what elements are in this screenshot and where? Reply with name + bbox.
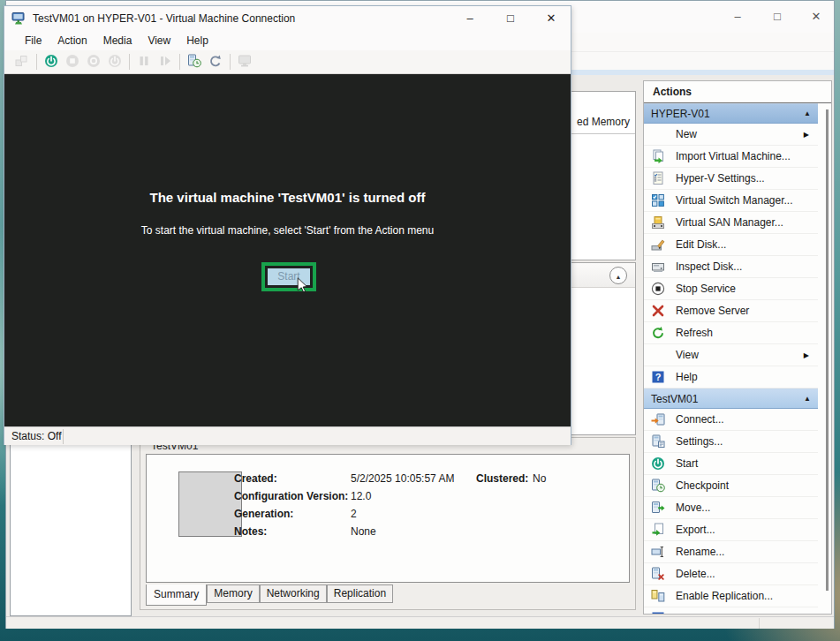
column-header-assigned-memory[interactable]: ed Memory [577, 116, 630, 128]
vm-details-pane: TestVM01 Created:5/2/2025 10:05:57 AMCon… [140, 437, 636, 610]
tab-replication[interactable]: Replication [327, 584, 393, 603]
action-item-label: Start [676, 457, 818, 470]
toolbar-reset-button[interactable] [155, 52, 176, 72]
toolbar-save-button[interactable] [104, 52, 125, 72]
action-item-label: Checkpoint [676, 479, 818, 492]
toolbar-checkpoint-button[interactable] [184, 52, 205, 72]
menu-help[interactable]: Help [178, 33, 216, 49]
action-item-label: Enable Replication... [676, 590, 818, 602]
statusbar-divider [63, 429, 64, 444]
checkpoints-collapse-button[interactable]: ▲ [609, 267, 627, 284]
turn-off-icon [65, 54, 79, 71]
desktop: – □ ✕ ed Memory ▲ TestVM01 Created:5/2/ [0, 0, 840, 641]
action-item-connect[interactable]: Connect... [644, 409, 818, 431]
action-item-new[interactable]: New▶ [644, 124, 818, 146]
tab-memory[interactable]: Memory [207, 584, 259, 603]
enable-replication-icon [651, 589, 665, 603]
inspect-disk-icon [651, 260, 665, 274]
action-item-hyper-v-settings[interactable]: Hyper-V Settings... [644, 168, 818, 190]
action-item-label: Edit Disk... [676, 238, 818, 251]
action-item-label: Connect... [676, 413, 818, 426]
action-item-export[interactable]: Export... [644, 519, 818, 541]
edit-disk-icon [651, 238, 665, 252]
details-fields: Created:5/2/2025 10:05:57 AMConfiguratio… [234, 470, 454, 540]
action-item-virtual-switch-manager[interactable]: Virtual Switch Manager... [644, 190, 818, 212]
action-item-rename[interactable]: Rename... [644, 541, 818, 563]
statusbar-divider [759, 618, 760, 629]
action-item-view[interactable]: View▶ [644, 344, 818, 366]
section-header-label: TestVM01 [651, 393, 698, 405]
vmconnect-maximize-button[interactable]: □ [497, 9, 524, 28]
action-item-start[interactable]: Start [644, 453, 818, 475]
action-item-refresh[interactable]: Refresh [644, 322, 818, 344]
action-item-help[interactable]: ?Help [644, 607, 818, 615]
tab-summary[interactable]: Summary [146, 584, 207, 606]
hyperv-settings-icon [651, 171, 665, 185]
menu-view[interactable]: View [140, 33, 178, 49]
tab-networking[interactable]: Networking [260, 584, 327, 603]
toolbar-shut-down-button[interactable] [83, 52, 104, 72]
chevron-up-icon: ▲ [804, 109, 811, 117]
toolbar-start-power-button[interactable] [41, 52, 62, 72]
vm-screen: The virtual machine 'TestVM01' is turned… [4, 74, 571, 426]
shut-down-icon [87, 54, 101, 71]
detail-label: Created: [234, 472, 351, 485]
manager-maximize-button[interactable]: □ [766, 7, 789, 26]
action-item-stop-service[interactable]: Stop Service [644, 278, 818, 300]
actions-section-hyper-v01[interactable]: HYPER-V01▲ [644, 103, 818, 124]
toolbar-separator [179, 54, 180, 70]
action-item-label: New [676, 128, 804, 140]
vmconnect-statusbar: Status: Off [4, 426, 571, 445]
menu-action[interactable]: Action [49, 33, 95, 49]
action-item-virtual-san-manager[interactable]: Virtual SAN Manager... [644, 212, 818, 234]
toolbar-turn-off-button[interactable] [62, 52, 83, 72]
toolbar-pause-button[interactable] [133, 52, 155, 72]
vm-connection-window: TestVM01 on HYPER-V01 - Virtual Machine … [4, 5, 571, 445]
action-item-settings[interactable]: Settings... [644, 431, 818, 453]
vm-monitor-icon [11, 11, 26, 26]
action-item-enable-replication[interactable]: Enable Replication... [644, 585, 818, 607]
checkpoint-icon [651, 479, 665, 493]
action-item-checkpoint[interactable]: Checkpoint [644, 475, 818, 497]
checkpoint-icon [187, 54, 201, 71]
action-item-help[interactable]: ?Help [644, 366, 818, 388]
detail-value: 5/2/2025 10:05:57 AM [351, 472, 454, 485]
action-item-delete[interactable]: Delete... [644, 563, 818, 585]
action-item-label: Import Virtual Machine... [676, 150, 818, 162]
action-item-label: Help [676, 371, 818, 383]
action-item-label: Export... [676, 524, 818, 536]
detail-value: 12.0 [351, 490, 371, 502]
menu-media[interactable]: Media [95, 33, 140, 49]
actions-section-testvm01[interactable]: TestVM01▲ [644, 388, 818, 409]
vm-settings-icon [651, 434, 665, 449]
action-item-label: Rename... [676, 546, 818, 558]
action-item-remove-server[interactable]: Remove Server [644, 300, 818, 322]
refresh-icon [651, 326, 665, 340]
help-icon: ? [651, 370, 665, 384]
action-item-inspect-disk[interactable]: Inspect Disk... [644, 256, 818, 278]
manager-close-button[interactable]: ✕ [805, 7, 828, 26]
action-item-move[interactable]: Move... [644, 497, 818, 519]
svg-text:?: ? [655, 372, 662, 382]
detail-field-created: Created:5/2/2025 10:05:57 AM [234, 470, 454, 487]
actions-scrollbar[interactable] [826, 109, 829, 591]
manager-minimize-button[interactable]: – [726, 7, 749, 26]
import-vm-icon [651, 149, 665, 163]
vmconnect-minimize-button[interactable]: – [457, 9, 483, 28]
help-icon: ? [651, 611, 665, 615]
toolbar-revert-button[interactable] [205, 52, 226, 72]
vm-off-instruction: To start the virtual machine, select 'St… [4, 224, 571, 237]
connect-icon [651, 412, 665, 426]
detail-field-configuration-version: Configuration Version:12.0 [234, 487, 454, 505]
vmconnect-titlebar: TestVM01 on HYPER-V01 - Virtual Machine … [4, 6, 571, 31]
toolbar-separator [36, 54, 37, 70]
vmconnect-close-button[interactable]: ✕ [538, 9, 564, 28]
menu-file[interactable]: File [17, 33, 49, 49]
toolbar-ctrl-alt-del-button[interactable] [11, 52, 33, 72]
detail-label: Generation: [234, 508, 351, 520]
virtual-san-icon [651, 215, 665, 230]
action-item-edit-disk[interactable]: Edit Disk... [644, 234, 818, 256]
action-item-import-virtual-machine[interactable]: Import Virtual Machine... [644, 146, 818, 168]
toolbar-enhanced-session-button[interactable] [234, 52, 255, 72]
actions-pane: Actions HYPER-V01▲New▶Import Virtual Mac… [643, 80, 832, 615]
